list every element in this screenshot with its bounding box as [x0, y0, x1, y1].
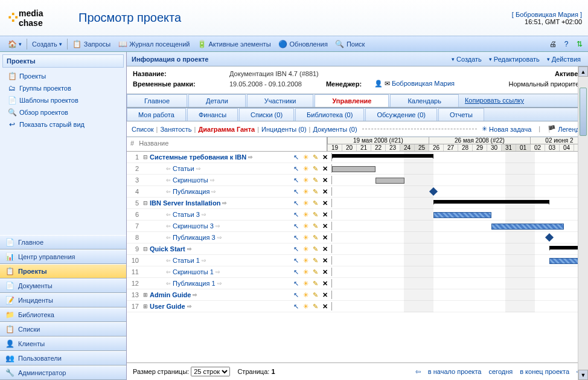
- task-name[interactable]: ⇦Статьи 1⇨: [150, 257, 265, 264]
- nav-item-6[interactable]: 📋Списки: [0, 322, 126, 337]
- tab-tabs1-5[interactable]: Копировать ссылку: [460, 94, 529, 107]
- footer-nav-2[interactable]: в конец проекта: [520, 368, 569, 376]
- delete-icon[interactable]: ✕: [321, 176, 329, 184]
- user-link[interactable]: [ Бобровицкая Мария ]: [512, 11, 582, 18]
- delete-icon[interactable]: ✕: [321, 164, 329, 173]
- fav-icon[interactable]: ✳: [301, 279, 310, 288]
- fav-icon[interactable]: ✳: [301, 153, 310, 161]
- scroll-up-icon[interactable]: ▲: [578, 66, 588, 77]
- panel-action-2[interactable]: ▾ Действия: [545, 56, 583, 63]
- task-name[interactable]: ⇦Статьи⇨: [150, 165, 265, 172]
- tab-tabs1-0[interactable]: Главное: [127, 94, 187, 107]
- edit-icon[interactable]: ✎: [311, 256, 319, 265]
- delete-icon[interactable]: ✕: [321, 302, 329, 311]
- tab-tabs2-4[interactable]: Обсуждение (0): [365, 108, 437, 121]
- fav-icon[interactable]: ✳: [301, 233, 310, 242]
- edit-icon[interactable]: ✎: [311, 199, 319, 207]
- edit-icon[interactable]: ✎: [311, 176, 319, 184]
- subtab-1[interactable]: Занятость: [160, 126, 191, 133]
- nav-item-7[interactable]: 👤Клиенты: [0, 337, 126, 351]
- tree-item-1[interactable]: 🗂Группы проектов: [7, 82, 121, 94]
- subtab-2[interactable]: Диаграмма Ганта: [198, 126, 255, 133]
- manager-link[interactable]: Бобровицкая Мария: [392, 80, 455, 87]
- edit-icon[interactable]: ✎: [311, 164, 319, 173]
- expand-icon[interactable]: ⊟: [141, 246, 150, 252]
- expand-icon[interactable]: ⊞: [141, 292, 150, 298]
- subtab-4[interactable]: Документы (0): [313, 126, 357, 133]
- nav-item-3[interactable]: 📄Документы: [0, 279, 126, 293]
- goto-icon[interactable]: ↖: [292, 153, 300, 161]
- scroll-down-icon[interactable]: ▼: [578, 370, 588, 380]
- task-name[interactable]: User Guide⇨: [150, 303, 265, 310]
- subtab-3[interactable]: Инциденты (0): [261, 126, 306, 133]
- tree-item-0[interactable]: 📋Проекты: [7, 70, 121, 82]
- nav-prev-icon[interactable]: ⇦: [415, 368, 421, 376]
- tab-tabs2-3[interactable]: Библиотека (0): [295, 108, 364, 121]
- gantt-bar[interactable]: [332, 166, 375, 172]
- expand-icon[interactable]: ⊟: [141, 200, 150, 206]
- scroll-thumb[interactable]: [580, 88, 587, 136]
- edit-icon[interactable]: ✎: [311, 291, 319, 299]
- nav-item-9[interactable]: 🔧Администратор: [0, 366, 126, 380]
- goto-icon[interactable]: ↖: [292, 176, 300, 184]
- gantt-bar[interactable]: [375, 178, 404, 184]
- vertical-scrollbar[interactable]: ▲ ▼: [578, 66, 588, 380]
- fav-icon[interactable]: ✳: [301, 302, 310, 311]
- create-button[interactable]: Создать ▾: [28, 40, 66, 48]
- goto-icon[interactable]: ↖: [292, 268, 300, 276]
- visitlog-button[interactable]: 📖Журнал посещений: [114, 39, 193, 49]
- delete-icon[interactable]: ✕: [321, 187, 329, 196]
- gantt-bar[interactable]: [332, 154, 433, 158]
- arrows-icon[interactable]: ⇅: [575, 39, 584, 49]
- tab-tabs1-2[interactable]: Участники: [247, 94, 314, 107]
- fav-icon[interactable]: ✳: [301, 199, 310, 207]
- fav-icon[interactable]: ✳: [301, 187, 310, 196]
- edit-icon[interactable]: ✎: [311, 245, 319, 253]
- delete-icon[interactable]: ✕: [321, 233, 329, 242]
- task-name[interactable]: ⇦Скриншоты⇨: [150, 176, 265, 184]
- task-name[interactable]: Admin Guide⇨: [150, 291, 265, 298]
- edit-icon[interactable]: ✎: [311, 187, 319, 196]
- edit-icon[interactable]: ✎: [311, 279, 319, 288]
- task-name[interactable]: Quick Start⇨: [150, 245, 265, 253]
- task-name[interactable]: IBN Server Installation⇨: [150, 199, 265, 207]
- tab-tabs2-5[interactable]: Отчеты: [438, 108, 484, 121]
- goto-icon[interactable]: ↖: [292, 187, 300, 196]
- goto-icon[interactable]: ↖: [292, 233, 300, 242]
- gantt-bar[interactable]: [491, 224, 564, 230]
- nav-item-8[interactable]: 👥Пользователи: [0, 351, 126, 366]
- subtab-0[interactable]: Список: [132, 126, 154, 133]
- tab-tabs2-0[interactable]: Моя работа: [127, 108, 186, 121]
- goto-icon[interactable]: ↖: [292, 222, 300, 230]
- active-elements-button[interactable]: 🔋Активные элементы: [193, 39, 274, 49]
- edit-icon[interactable]: ✎: [311, 268, 319, 276]
- requests-button[interactable]: 📋Запросы: [69, 39, 114, 49]
- footer-nav-1[interactable]: сегодня: [489, 368, 513, 376]
- delete-icon[interactable]: ✕: [321, 245, 329, 253]
- goto-icon[interactable]: ↖: [292, 279, 300, 288]
- tree-item-4[interactable]: ↩Показать старый вид: [7, 118, 121, 130]
- help-icon[interactable]: ?: [561, 39, 571, 49]
- fav-icon[interactable]: ✳: [301, 245, 310, 253]
- tab-tabs1-3[interactable]: Управление: [315, 94, 389, 107]
- tree-item-2[interactable]: 📄Шаблоны проектов: [7, 94, 121, 106]
- footer-nav-0[interactable]: в начало проекта: [428, 368, 482, 376]
- task-name[interactable]: ⇦Статьи 3⇨: [150, 211, 265, 218]
- edit-icon[interactable]: ✎: [311, 233, 319, 242]
- task-name[interactable]: Системные требования к IBN⇨: [150, 153, 265, 161]
- gantt-bar[interactable]: [433, 200, 549, 204]
- panel-action-0[interactable]: ▾ Создать: [449, 56, 484, 63]
- goto-icon[interactable]: ↖: [292, 164, 300, 173]
- goto-icon[interactable]: ↖: [292, 256, 300, 265]
- task-name[interactable]: ⇦Публикация 1⇨: [150, 280, 265, 287]
- fav-icon[interactable]: ✳: [301, 176, 310, 184]
- expand-icon[interactable]: ⊟: [141, 154, 150, 160]
- nav-item-4[interactable]: 📝Инциденты: [0, 293, 126, 308]
- goto-icon[interactable]: ↖: [292, 291, 300, 299]
- panel-action-1[interactable]: ▾ Редактировать: [487, 56, 542, 63]
- fav-icon[interactable]: ✳: [301, 164, 310, 173]
- edit-icon[interactable]: ✎: [311, 222, 319, 230]
- fav-icon[interactable]: ✳: [301, 256, 310, 265]
- nav-item-1[interactable]: 📊Центр управления: [0, 250, 126, 264]
- tab-tabs1-4[interactable]: Календарь: [390, 94, 459, 107]
